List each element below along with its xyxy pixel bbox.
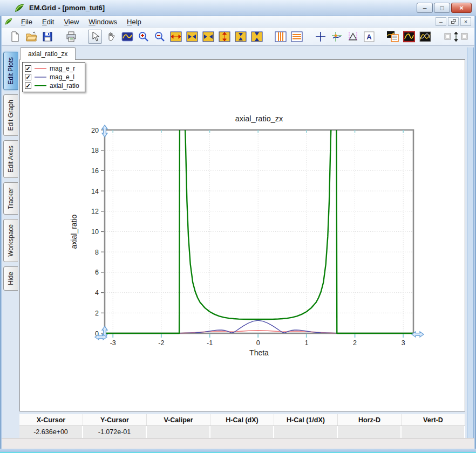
open-file-button[interactable] — [24, 30, 38, 44]
v-in-icon — [251, 31, 263, 43]
text-icon: A — [363, 31, 375, 43]
mdi-minimize-icon: – — [439, 18, 443, 25]
close-button[interactable]: × — [451, 3, 472, 13]
y-tick-label: 10 — [91, 228, 99, 236]
legend-label: mag_e_l — [50, 73, 74, 81]
status-value-h-cal-1-dx- — [274, 426, 338, 438]
status-col-x-cursor: X-Cursor — [19, 414, 83, 425]
select-arrow-button[interactable] — [88, 30, 102, 44]
fit-height-button[interactable] — [217, 30, 232, 44]
status-value-x-cursor: -2.636e+00 — [19, 426, 83, 438]
status-value-horz-d — [338, 426, 402, 438]
legend-row-mag_e_r: ✓mag_e_r — [25, 64, 79, 73]
toolbar-separator — [56, 30, 63, 44]
zoom-in-button[interactable] — [137, 30, 151, 44]
y-tick-label: 6 — [95, 269, 99, 276]
zoom-out-button[interactable] — [153, 30, 167, 44]
zoom-region-button[interactable] — [120, 30, 134, 44]
plot-frame — [105, 130, 413, 333]
tracker-button[interactable] — [330, 30, 344, 44]
curve-red-icon — [403, 31, 415, 43]
menu-item-help[interactable]: Help — [122, 17, 146, 27]
toolbar-separator — [79, 30, 87, 44]
sidebar-tab-workspace[interactable]: Workspace — [3, 219, 18, 262]
mdi-close-icon: × — [464, 18, 467, 25]
text-annotation-button[interactable]: A — [362, 30, 376, 44]
menu-items: FileEditViewWindowsHelp — [16, 17, 146, 27]
save-icon — [42, 31, 53, 43]
menu-item-file[interactable]: File — [16, 17, 37, 27]
legend-label: mag_e_r — [50, 65, 75, 72]
legend-box: ✓mag_e_r✓mag_e_l✓axial_ratio — [22, 62, 85, 92]
caliper-button[interactable] — [346, 30, 360, 44]
sidebar-tab-hide[interactable]: Hide — [3, 266, 18, 291]
minimize-button[interactable]: – — [417, 3, 433, 13]
menu-item-windows[interactable]: Windows — [84, 17, 122, 27]
document-tab[interactable]: axial_ratio_zx — [20, 47, 76, 60]
expand-y-button[interactable] — [234, 30, 248, 44]
chart-canvas[interactable]: -3-2-1012302468101214161820axial_ratio_z… — [20, 60, 465, 411]
maximize-button[interactable]: □ — [434, 3, 450, 13]
multi-plot-button[interactable] — [418, 30, 432, 44]
mdi-restore-button[interactable] — [448, 17, 459, 26]
status-value-vert-d — [402, 426, 465, 438]
legend-row-mag_e_l: ✓mag_e_l — [25, 73, 79, 81]
chart-legend-icon — [386, 31, 399, 43]
h-stripes-icon — [291, 31, 303, 43]
sidebar-tab-edit-plots[interactable]: Edit Plots — [3, 52, 18, 90]
status-col-horz-d: Horz-D — [338, 414, 402, 425]
right-scroll-strip[interactable] — [467, 47, 474, 438]
status-value-h-cal-dx- — [210, 426, 274, 438]
sidebar-tab-label: Edit Axes — [7, 146, 15, 173]
crosshair-button[interactable] — [314, 30, 328, 44]
axis-cursor-arrow-vertical[interactable] — [102, 125, 107, 137]
horizontal-markers-button[interactable] — [290, 30, 304, 44]
sidebar-tab-tracker[interactable]: Tracker — [3, 182, 18, 215]
titlebar[interactable]: EM.Grid - [pmom_tut6] – □ × — [0, 0, 476, 16]
mdi-minimize-button[interactable]: – — [436, 17, 446, 26]
expand-x-button[interactable] — [185, 30, 199, 44]
new-file-button[interactable] — [8, 30, 22, 44]
status-col-h-cal-dx-: H-Cal (dX) — [210, 414, 274, 425]
cursor-status-bar: X-CursorY-CursorV-CaliperH-Cal (dX)H-Cal… — [19, 414, 465, 438]
status-value-row: -2.636e+00-1.072e-01 — [19, 426, 465, 438]
autoscale-v-icon — [444, 31, 468, 43]
legend-checkbox-mag_e_l[interactable]: ✓ — [25, 74, 31, 80]
statusbar-empty-strip — [2, 438, 474, 449]
pan-hand-button[interactable] — [104, 30, 118, 44]
menubar: FileEditViewWindowsHelp – × — [2, 16, 474, 28]
sidebar-tab-edit-axes[interactable]: Edit Axes — [3, 140, 18, 178]
curves-icon — [419, 31, 431, 43]
mdi-close-button[interactable]: × — [460, 17, 471, 26]
compress-y-button[interactable] — [250, 30, 264, 44]
plot-legend-button[interactable] — [386, 30, 400, 44]
legend-checkbox-mag_e_r[interactable]: ✓ — [25, 65, 31, 72]
vertical-markers-button[interactable] — [274, 30, 288, 44]
y-tick-label: 20 — [91, 127, 99, 134]
h-in-icon — [202, 31, 214, 43]
sidebar-tab-label: Edit Plots — [7, 57, 15, 85]
toolbar-separator — [305, 30, 312, 44]
y-axis-label: axial_ratio — [70, 214, 78, 249]
status-col-y-cursor: Y-Cursor — [83, 414, 147, 425]
autoscale-y-button[interactable] — [442, 30, 470, 44]
fit-width-button[interactable] — [169, 30, 183, 44]
legend-row-axial_ratio: ✓axial_ratio — [25, 81, 79, 90]
print-icon — [65, 31, 77, 43]
x-tick-label: 2 — [353, 339, 357, 347]
window-frame-left — [0, 16, 2, 453]
status-value-v-caliper — [147, 426, 210, 438]
v-stripes-icon — [275, 31, 287, 43]
legend-line-swatch — [35, 85, 46, 86]
status-header-row: X-CursorY-CursorV-CaliperH-Cal (dX)H-Cal… — [19, 414, 465, 426]
sidebar-tab-edit-graph[interactable]: Edit Graph — [3, 94, 18, 136]
single-plot-button[interactable] — [402, 30, 416, 44]
sidebar-tab-label: Edit Graph — [7, 100, 15, 131]
menu-item-edit[interactable]: Edit — [37, 17, 59, 27]
print-button[interactable] — [64, 30, 78, 44]
compress-x-button[interactable] — [201, 30, 215, 44]
save-button[interactable] — [40, 30, 55, 44]
legend-checkbox-axial_ratio[interactable]: ✓ — [25, 83, 31, 89]
menu-item-view[interactable]: View — [59, 17, 84, 27]
mdi-restore-icon — [451, 19, 456, 24]
